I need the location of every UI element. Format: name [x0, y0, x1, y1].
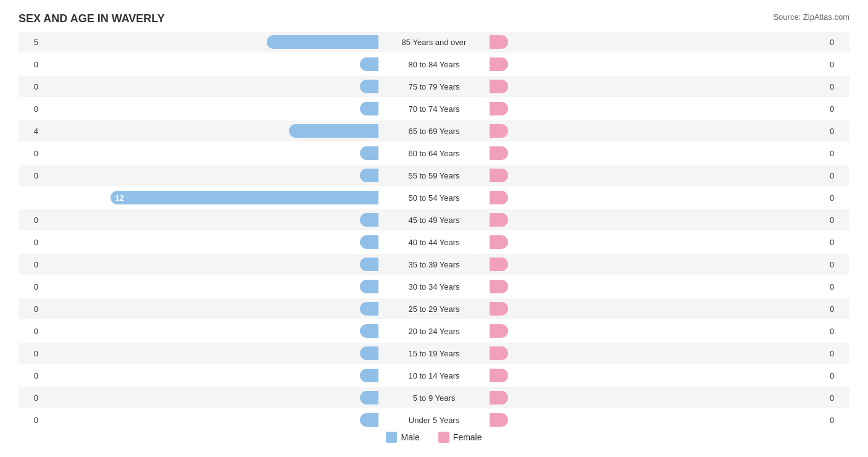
male-side: [43, 235, 378, 249]
bars-section: 35 to 39 Years: [43, 254, 825, 275]
bars-section: 20 to 24 Years: [43, 321, 825, 342]
female-bar: [490, 124, 508, 138]
female-value: 0: [825, 371, 849, 380]
age-label: 25 to 29 Years: [378, 304, 490, 314]
bars-section: 1250 to 54 Years: [43, 187, 825, 208]
chart-row: 020 to 24 Years0: [19, 321, 849, 342]
male-side: [43, 35, 378, 49]
age-label: 30 to 34 Years: [378, 282, 490, 291]
male-value: 0: [19, 416, 43, 425]
chart-container: SEX AND AGE IN WAVERLY Source: ZipAtlas.…: [0, 0, 868, 457]
age-label: 35 to 39 Years: [378, 260, 490, 269]
female-value: 0: [825, 104, 849, 114]
male-bar: 12: [111, 191, 378, 204]
male-side: [43, 257, 378, 272]
male-value: 0: [19, 238, 43, 247]
male-value: 0: [19, 304, 43, 314]
legend-male-box: [386, 432, 397, 443]
female-bar: [490, 57, 508, 71]
female-value: 0: [825, 60, 849, 69]
female-side: [490, 146, 825, 161]
female-value: 0: [825, 282, 849, 291]
chart-row: 1250 to 54 Years0: [19, 187, 849, 208]
age-label: 55 to 59 Years: [378, 171, 490, 180]
age-label: 40 to 44 Years: [378, 238, 490, 247]
bars-section: 80 to 84 Years: [43, 54, 825, 75]
male-side: [43, 168, 378, 183]
female-bar: [490, 102, 508, 115]
chart-row: 040 to 44 Years0: [19, 232, 849, 253]
age-label: Under 5 Years: [378, 416, 490, 425]
female-side: [490, 101, 825, 116]
male-value: 0: [19, 327, 43, 336]
male-value: 0: [19, 216, 43, 225]
female-value: 0: [825, 127, 849, 136]
female-bar: [490, 324, 508, 338]
female-side: [490, 35, 825, 49]
male-side: [43, 413, 378, 427]
male-value: 0: [19, 149, 43, 158]
male-side: [43, 390, 378, 405]
male-value: 0: [19, 349, 43, 358]
male-side: [43, 124, 378, 138]
male-bar: [360, 169, 378, 182]
male-bar: [360, 324, 378, 338]
male-side: [43, 368, 378, 383]
chart-area: 585 Years and over0080 to 84 Years0075 t…: [19, 31, 849, 414]
chart-row: 080 to 84 Years0: [19, 54, 849, 75]
age-label: 50 to 54 Years: [378, 193, 490, 203]
female-bar: [490, 258, 508, 271]
age-label: 10 to 14 Years: [378, 371, 490, 380]
male-bar: [267, 35, 378, 49]
male-bar: [360, 346, 378, 360]
female-bar: [490, 235, 508, 249]
bars-section: 30 to 34 Years: [43, 276, 825, 297]
male-side: [43, 279, 378, 294]
male-side: [43, 301, 378, 316]
chart-row: 075 to 79 Years0: [19, 76, 849, 97]
male-value: 0: [19, 371, 43, 380]
chart-row: 060 to 64 Years0: [19, 143, 849, 164]
female-side: [490, 390, 825, 405]
male-value: 0: [19, 60, 43, 69]
female-side: [490, 212, 825, 227]
female-value: 0: [825, 193, 849, 203]
male-side: [43, 324, 378, 338]
age-label: 80 to 84 Years: [378, 60, 490, 69]
legend-male-label: Male: [401, 432, 419, 442]
age-label: 20 to 24 Years: [378, 327, 490, 336]
male-bar: [360, 369, 378, 382]
female-bar: [490, 191, 508, 204]
female-side: [490, 324, 825, 338]
female-bar: [490, 35, 508, 49]
age-label: 60 to 64 Years: [378, 149, 490, 158]
bars-section: 45 to 49 Years: [43, 209, 825, 230]
female-bar: [490, 169, 508, 182]
female-side: [490, 279, 825, 294]
male-value: 0: [19, 393, 43, 403]
female-value: 0: [825, 149, 849, 158]
chart-row: 0Under 5 Years0: [19, 409, 849, 430]
male-bar: [360, 213, 378, 227]
source-text: Source: ZipAtlas.com: [773, 12, 849, 22]
bars-section: 70 to 74 Years: [43, 98, 825, 119]
legend-male: Male: [386, 432, 419, 443]
legend-female-box: [438, 432, 449, 443]
male-side: [43, 212, 378, 227]
female-value: 0: [825, 260, 849, 269]
legend-female: Female: [438, 432, 482, 443]
chart-row: 055 to 59 Years0: [19, 165, 849, 186]
bars-section: 75 to 79 Years: [43, 76, 825, 97]
male-bar: [360, 280, 378, 293]
male-bar: [360, 235, 378, 249]
bars-section: 65 to 69 Years: [43, 120, 825, 141]
bars-section: 15 to 19 Years: [43, 343, 825, 364]
bars-section: 55 to 59 Years: [43, 165, 825, 186]
bars-section: 60 to 64 Years: [43, 143, 825, 164]
legend-female-label: Female: [453, 432, 482, 442]
male-bar: [289, 124, 378, 138]
chart-row: 030 to 34 Years0: [19, 276, 849, 297]
chart-row: 585 Years and over0: [19, 31, 849, 52]
male-side: 12: [43, 190, 378, 205]
female-value: 0: [825, 238, 849, 247]
